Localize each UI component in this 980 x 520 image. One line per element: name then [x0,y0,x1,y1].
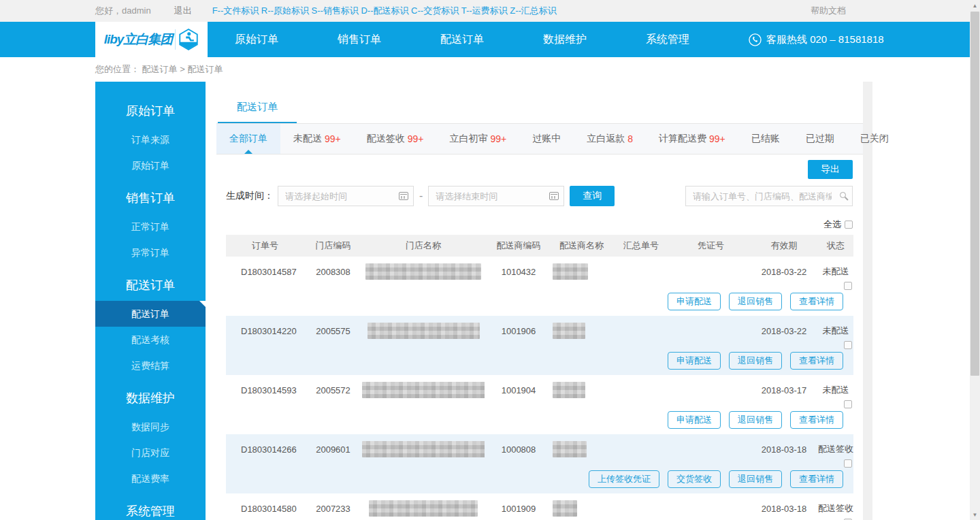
sidebar-group-title-数据维护[interactable]: 数据维护 [95,383,206,414]
distributor-name-redacted [553,263,610,280]
nav-item-系统管理[interactable]: 系统管理 [646,33,689,47]
sidebar-item-配送考核[interactable]: 配送考核 [95,327,206,353]
column-header: 凭证号 [672,240,750,252]
action-button-退回销售[interactable]: 退回销售 [729,352,782,370]
sidebar-item-配送费率[interactable]: 配送费率 [95,466,206,491]
action-button-退回销售[interactable]: 退回销售 [729,411,782,429]
valid-until-cell: 2018-03-17 [750,385,818,395]
subtab-label: 未配送 [293,133,322,145]
sidebar-item-订单来源[interactable]: 订单来源 [95,127,206,152]
subtab-未配送[interactable]: 未配送99+ [280,124,354,154]
status-cell: 未配送 [818,265,853,278]
row-actions: 上传签收凭证交货签收退回销售查看详情 [226,464,853,493]
column-header: 门店名称 [362,240,485,252]
column-header: 汇总单号 [610,240,672,252]
action-button-申请配送[interactable]: 申请配送 [668,411,721,429]
subtab-全部订单[interactable]: 全部订单 [216,124,280,154]
valid-until-cell: 2018-03-22 [750,326,818,336]
action-button-查看详情[interactable]: 查看详情 [790,293,843,310]
sidebar-item-异常订单[interactable]: 异常订单 [95,240,206,265]
select-all-checkbox[interactable] [845,221,853,229]
query-button[interactable]: 查询 [570,186,615,206]
store-name-redacted [362,382,485,398]
end-date-input[interactable] [428,186,564,206]
subtab-已过期[interactable]: 已过期 [793,124,847,154]
subtab-label: 立白初审 [450,133,488,145]
store-code-cell: 2007233 [304,504,362,514]
order-number-cell: D1803014593 [226,385,304,395]
subtab-已关闭[interactable]: 已关闭 [847,124,902,154]
distributor-code-cell: 1001909 [485,504,553,514]
action-button-申请配送[interactable]: 申请配送 [668,352,721,370]
table-row: D1803014220200557510019062018-03-22未配送申请… [226,316,853,375]
row-checkbox[interactable] [844,282,852,290]
calendar-icon[interactable] [549,192,559,200]
subtab-立白初审[interactable]: 立白初审99+ [437,124,520,154]
subtab-计算配送费[interactable]: 计算配送费99+ [646,124,738,154]
nav-item-销售订单[interactable]: 销售订单 [338,33,381,47]
search-wrap [685,186,853,206]
action-button-退回销售[interactable]: 退回销售 [729,293,782,310]
action-button-查看详情[interactable]: 查看详情 [790,470,843,488]
sidebar-group-title-销售订单[interactable]: 销售订单 [95,182,206,214]
subtab-label: 已关闭 [860,133,889,145]
subtab-配送签收[interactable]: 配送签收99+ [354,124,437,154]
flag-legend: F--文件标识 R--原始标识 S--销售标识 D--配送标识 C--交货标识 … [212,5,557,17]
scrollbar-thumb[interactable] [970,12,979,376]
help-doc-link[interactable]: 帮助文档 [811,5,846,17]
subtab-label: 过账中 [532,133,561,145]
time-filter-label: 生成时间： [226,190,274,202]
sidebar-item-数据同步[interactable]: 数据同步 [95,414,206,440]
scroll-down-icon[interactable]: ▼ [970,509,980,520]
nav-item-配送订单[interactable]: 配送订单 [440,33,484,47]
store-name-redacted [365,263,481,280]
start-date-input[interactable] [278,186,414,206]
row-checkbox[interactable] [844,400,852,408]
subtab-立白返款[interactable]: 立白返款8 [574,124,646,154]
sidebar-item-原始订单[interactable]: 原始订单 [95,152,206,178]
scroll-up-icon[interactable]: ▲ [970,0,980,11]
column-header: 门店编码 [304,240,362,252]
logout-link[interactable]: 退出 [174,5,192,17]
distributor-name-redacted [553,382,610,398]
store-name-redacted [362,323,485,339]
action-button-交货签收[interactable]: 交货签收 [668,470,721,488]
order-search-input[interactable] [685,186,853,206]
subtab-过账中[interactable]: 过账中 [519,124,574,154]
calendar-icon[interactable] [399,192,408,200]
sidebar-item-运费结算[interactable]: 运费结算 [95,353,206,378]
subtab-已结账[interactable]: 已结账 [738,124,793,154]
logo[interactable]: liby立白集团 [95,22,208,57]
table-row: D1803014587200830810104322018-03-22未配送申请… [226,257,853,316]
row-checkbox[interactable] [844,459,852,468]
action-button-退回销售[interactable]: 退回销售 [729,470,782,488]
order-number-cell: D1803014587 [226,267,304,277]
export-button[interactable]: 导出 [808,160,853,179]
sidebar-item-正常订单[interactable]: 正常订单 [95,214,206,240]
sidebar-item-门店对应[interactable]: 门店对应 [95,440,206,466]
tab-delivery-orders[interactable]: 配送订单 [218,93,297,123]
action-button-上传签收凭证[interactable]: 上传签收凭证 [589,470,659,488]
subtab-count-badge: 99+ [709,133,725,144]
store-name-redacted [362,441,485,457]
row-checkbox[interactable] [844,341,852,349]
magnifier-icon[interactable] [840,192,846,198]
action-button-申请配送[interactable]: 申请配送 [668,293,721,310]
sidebar-group-title-系统管理[interactable]: 系统管理 [95,495,206,520]
table-body: D1803014587200830810104322018-03-22未配送申请… [226,257,853,520]
sidebar-group: 数据维护数据同步门店对应配送费率 [95,383,206,491]
sidebar-group: 原始订单订单来源原始订单 [95,95,206,178]
nav-item-数据维护[interactable]: 数据维护 [543,33,587,47]
sidebar-group-title-配送订单[interactable]: 配送订单 [95,270,206,301]
nav-item-原始订单[interactable]: 原始订单 [235,33,278,47]
order-number-cell: D1803014220 [226,326,304,336]
logo-hexagon-icon [178,28,199,51]
sidebar-group-title-原始订单[interactable]: 原始订单 [95,95,206,127]
start-date-wrap [278,186,414,206]
top-utility-bar: 您好，dadmin 退出 F--文件标识 R--原始标识 S--销售标识 D--… [0,0,970,22]
vertical-scrollbar[interactable]: ▲ ▼ [970,0,980,520]
action-button-查看详情[interactable]: 查看详情 [790,411,843,429]
sidebar-item-配送订单[interactable]: 配送订单 [95,301,206,327]
action-button-查看详情[interactable]: 查看详情 [790,352,843,370]
column-header: 订单号 [226,240,304,252]
